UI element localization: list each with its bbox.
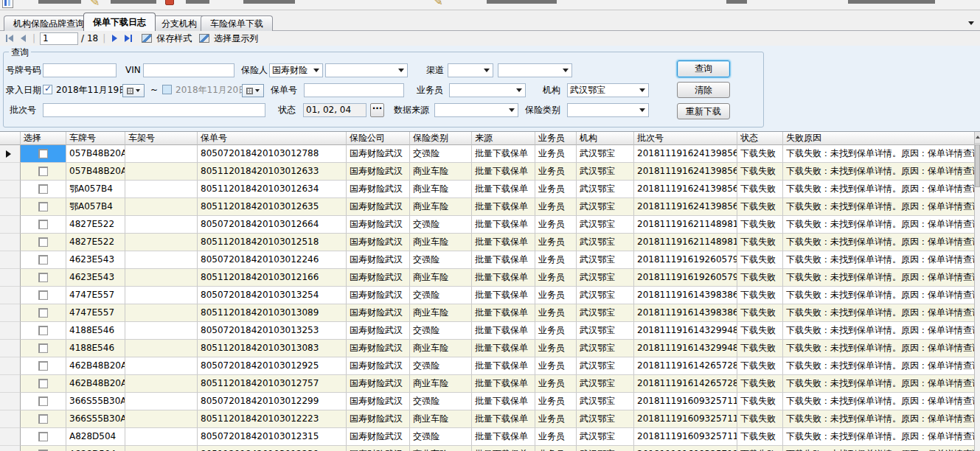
org-select[interactable]: 武汉鄂宝: [567, 83, 649, 97]
cell-agent: 业务员: [535, 375, 577, 393]
cell-source: 批量下载保单: [472, 216, 535, 234]
date-from-picker-button[interactable]: [122, 84, 145, 97]
tab-org-brand-query[interactable]: 机构保险品牌查询: [4, 15, 94, 31]
row-checkbox[interactable]: [38, 308, 48, 318]
row-checkbox[interactable]: [38, 184, 48, 194]
edit-pencil-icon[interactable]: ✎: [90, 0, 100, 9]
next-page-button[interactable]: [110, 34, 119, 43]
choose-columns-icon[interactable]: [199, 34, 209, 43]
signature-pen-icon[interactable]: ✎: [434, 0, 443, 8]
row-checkbox[interactable]: [38, 149, 48, 158]
column-header[interactable]: 车牌号: [66, 132, 125, 145]
tab-overflow-dropdown-icon[interactable]: [968, 21, 974, 25]
table-row[interactable]: 366S55B30A805112018420103012223国寿财险武汉商业车…: [0, 410, 980, 428]
table-row[interactable]: A828D504805072018420103012315国寿财险武汉交强险批量…: [0, 428, 980, 446]
table-row[interactable]: 4188E546805112018420103013083国寿财险武汉商业车险批…: [0, 340, 980, 357]
save-style-button[interactable]: 保存样式: [156, 32, 192, 45]
column-header[interactable]: 选择: [21, 132, 66, 145]
agent-select[interactable]: [449, 83, 526, 97]
prev-page-button[interactable]: [18, 34, 28, 43]
table-grid-icon[interactable]: [2, 0, 13, 8]
table-row[interactable]: 366S55B30A805072018420103012299国寿财险武汉交强险…: [0, 393, 980, 410]
scrollbar-thumb[interactable]: [975, 144, 980, 187]
table-row[interactable]: 4623E543805112018420103012166国寿财险武汉商业车险批…: [0, 269, 980, 287]
column-header[interactable]: 状态: [737, 132, 783, 145]
row-indicator-cell: [0, 375, 21, 393]
insurer-sub-select[interactable]: [325, 63, 408, 77]
row-checkbox[interactable]: [38, 290, 48, 300]
row-checkbox[interactable]: [38, 414, 48, 424]
column-header[interactable]: 来源: [472, 132, 535, 145]
row-checkbox[interactable]: [38, 273, 48, 282]
date-from-value[interactable]: 2018年11月19日: [56, 83, 128, 97]
column-header[interactable]: 保单号: [198, 132, 347, 145]
date-from-checkbox[interactable]: [43, 85, 52, 94]
row-checkbox[interactable]: [38, 432, 48, 441]
last-page-button[interactable]: [122, 34, 134, 43]
column-header[interactable]: 业务员: [535, 132, 577, 145]
row-indicator-cell: [0, 198, 21, 216]
save-style-icon[interactable]: [142, 34, 152, 43]
table-row[interactable]: 4747E557805112018420103013089国寿财险武汉商业车险批…: [0, 304, 980, 322]
row-checkbox[interactable]: [38, 343, 48, 353]
column-header[interactable]: 机构: [577, 132, 634, 145]
table-row[interactable]: 4747E557805072018420103013254国寿财险武汉交强险批量…: [0, 287, 980, 304]
first-page-button[interactable]: [4, 34, 15, 43]
table-row[interactable]: 4827E522805072018420103012664国寿财险武汉交强险批量…: [0, 216, 980, 234]
row-checkbox[interactable]: [38, 379, 48, 388]
column-header[interactable]: 保险公司: [347, 132, 410, 145]
channel-sub-select[interactable]: [498, 63, 572, 77]
table-row[interactable]: 462B48B20A805112018420103012757国寿财险武汉商业车…: [0, 375, 980, 393]
delete-red-icon[interactable]: [165, 0, 174, 5]
clear-button[interactable]: 清除: [677, 82, 730, 98]
table-row[interactable]: 057B48B20A805112018420103012633国寿财险武汉商业车…: [0, 163, 980, 181]
insurer-select[interactable]: 国寿财险: [269, 63, 323, 77]
row-checkbox[interactable]: [38, 167, 48, 176]
policy-no-input[interactable]: [304, 83, 404, 97]
insurance-category-select[interactable]: [567, 103, 649, 117]
date-to-value[interactable]: 2018年11月20日: [176, 83, 247, 97]
select-cell: [21, 216, 66, 234]
tab-policy-download-log[interactable]: 保单下载日志: [83, 13, 156, 31]
row-checkbox[interactable]: [38, 202, 48, 211]
table-row[interactable]: 鄂A057B4805112018420103012634国寿财险武汉商业车险批量…: [0, 181, 980, 198]
tab-auto-policy-download[interactable]: 车险保单下载: [201, 15, 273, 31]
date-to-checkbox[interactable]: [162, 85, 172, 94]
table-row[interactable]: 鄂A057B4805112018420103012635国寿财险武汉商业车险批量…: [0, 198, 980, 216]
table-row[interactable]: 4827E522805112018420103012518国寿财险武汉商业车险批…: [0, 234, 980, 251]
table-row[interactable]: 4188E546805072018420103013253国寿财险武汉交强险批量…: [0, 322, 980, 340]
column-header[interactable]: 批次号: [634, 132, 737, 145]
page-number-input[interactable]: [40, 32, 78, 45]
table-row[interactable]: 057B48B20A805072018420103012788国寿财险武汉交强险…: [0, 145, 980, 163]
table-row[interactable]: 4623E543805072018420103012246国寿财险武汉交强险批量…: [0, 251, 980, 269]
status-browse-button[interactable]: ···: [370, 103, 384, 117]
column-header[interactable]: 车架号: [125, 132, 198, 145]
row-checkbox[interactable]: [38, 237, 48, 247]
row-checkbox[interactable]: [38, 255, 48, 265]
row-indicator-cell: [0, 287, 21, 304]
column-header[interactable]: 保险类别: [410, 132, 472, 145]
tab-branch-org[interactable]: 分支机构: [152, 15, 206, 31]
row-checkbox[interactable]: [38, 396, 48, 406]
table-row[interactable]: A828D504805112018420103012239国寿财险武汉商业车险批…: [0, 446, 980, 451]
scroll-up-icon[interactable]: [975, 132, 980, 144]
plate-label: 号牌号码: [6, 63, 41, 77]
channel-select[interactable]: [448, 63, 493, 77]
vin-input[interactable]: [143, 63, 234, 77]
plate-input[interactable]: [43, 63, 117, 77]
row-checkbox[interactable]: [38, 326, 48, 335]
column-header[interactable]: 失败原因: [783, 132, 980, 145]
batch-no-input[interactable]: [43, 103, 265, 117]
row-checkbox[interactable]: [38, 361, 48, 371]
choose-columns-button[interactable]: 选择显示列: [214, 32, 258, 45]
cell-agent: 业务员: [535, 269, 577, 287]
row-checkbox[interactable]: [38, 220, 48, 229]
cell-vin: [125, 393, 198, 410]
date-to-picker-button[interactable]: [242, 84, 264, 97]
table-row[interactable]: 462B48B20A805072018420103012925国寿财险武汉交强险…: [0, 357, 980, 375]
redownload-button[interactable]: 重新下载: [677, 103, 730, 119]
vertical-scrollbar[interactable]: [974, 132, 980, 451]
search-button[interactable]: 查询: [677, 60, 730, 77]
data-source-select[interactable]: [434, 103, 518, 117]
cell-source: 批量下载保单: [472, 393, 535, 410]
